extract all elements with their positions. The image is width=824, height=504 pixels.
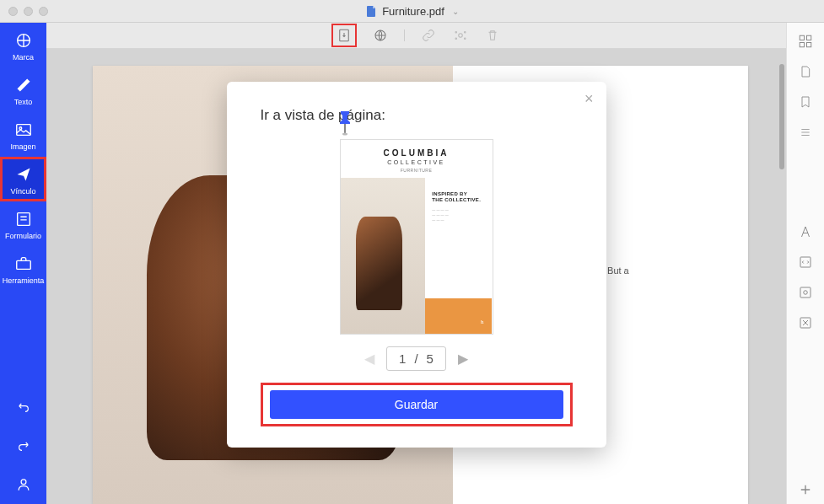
web-link-button[interactable] bbox=[372, 27, 389, 44]
sidebar-label-imagen: Imagen bbox=[10, 142, 35, 151]
modal-title: Ir a vista de página: bbox=[261, 107, 573, 124]
maximize-window-dot[interactable] bbox=[39, 7, 48, 16]
form-icon bbox=[14, 210, 33, 228]
sidebar-item-texto[interactable]: Texto bbox=[0, 67, 46, 112]
svg-rect-3 bbox=[17, 213, 30, 226]
svg-rect-18 bbox=[800, 287, 811, 298]
thumbnail-brand: COLUMBIA bbox=[341, 148, 493, 158]
sidebar-redo[interactable] bbox=[0, 426, 46, 465]
save-button-highlight: Guardar bbox=[261, 383, 573, 426]
sidebar-label-vinculo: Vínculo bbox=[10, 187, 35, 196]
svg-rect-16 bbox=[807, 43, 811, 47]
minimize-window-dot[interactable] bbox=[24, 7, 33, 16]
sidebar-item-herramienta[interactable]: Herramienta bbox=[0, 246, 46, 291]
edit-link-button bbox=[452, 27, 469, 44]
pdf-file-icon bbox=[365, 5, 377, 17]
title-dropdown-caret: ⌄ bbox=[452, 7, 459, 16]
svg-point-10 bbox=[465, 32, 466, 34]
svg-point-5 bbox=[21, 480, 26, 485]
thumbnail-text: INSPIRED BYTHE COLLECTIVE. — — — —— — — … bbox=[425, 178, 492, 298]
goto-page-modal: × Ir a vista de página: COLUMBIA COLLECT… bbox=[227, 82, 606, 448]
thumbnail-subbrand: COLLECTIVE bbox=[341, 159, 493, 165]
toolbar-separator bbox=[404, 29, 405, 41]
pencil-icon bbox=[14, 76, 33, 94]
rail-add[interactable] bbox=[791, 475, 820, 504]
rail-outline[interactable] bbox=[791, 118, 820, 147]
svg-rect-13 bbox=[800, 35, 804, 40]
sidebar-label-texto: Texto bbox=[14, 98, 33, 106]
page-link-button[interactable] bbox=[336, 27, 353, 44]
undo-icon bbox=[14, 398, 33, 416]
svg-rect-21 bbox=[344, 124, 346, 133]
toolbox-icon bbox=[14, 255, 33, 273]
page-separator: / bbox=[414, 351, 417, 366]
scrollbar-thumb[interactable] bbox=[779, 64, 784, 169]
rail-attach[interactable] bbox=[791, 278, 820, 307]
rail-bookmark[interactable] bbox=[791, 88, 820, 116]
sidebar-undo[interactable] bbox=[0, 388, 46, 426]
current-page-number: 1 bbox=[399, 351, 406, 366]
right-rail bbox=[786, 23, 824, 504]
document-title-wrap[interactable]: Furniture.pdf ⌄ bbox=[365, 5, 459, 18]
marker-icon bbox=[14, 31, 33, 50]
svg-rect-14 bbox=[807, 35, 811, 40]
redo-icon bbox=[14, 437, 33, 455]
window-controls bbox=[8, 7, 48, 16]
page-number-box[interactable]: 1 / 5 bbox=[386, 346, 446, 371]
thumbnail-image bbox=[341, 178, 426, 334]
svg-point-11 bbox=[455, 38, 457, 40]
next-page-arrow[interactable]: ▶ bbox=[456, 352, 470, 366]
rail-font[interactable] bbox=[791, 217, 820, 246]
svg-point-22 bbox=[342, 133, 347, 136]
rail-thumbnails[interactable] bbox=[791, 27, 820, 56]
thumbnail-tag: FURRNITURE bbox=[341, 168, 493, 173]
document-title: Furniture.pdf bbox=[382, 5, 444, 18]
close-window-dot[interactable] bbox=[8, 7, 18, 16]
total-pages-number: 5 bbox=[427, 351, 434, 366]
page-link-button-highlight bbox=[331, 24, 357, 47]
svg-point-12 bbox=[465, 38, 466, 40]
svg-point-19 bbox=[804, 291, 808, 295]
sidebar-label-herramienta: Herramienta bbox=[3, 276, 45, 285]
sidebar-item-vinculo[interactable]: Vínculo bbox=[0, 157, 46, 201]
sidebar-label-marca: Marca bbox=[13, 53, 34, 62]
svg-point-8 bbox=[459, 34, 463, 38]
svg-rect-1 bbox=[16, 125, 30, 136]
prev-page-arrow: ◀ bbox=[363, 352, 376, 366]
modal-close-button[interactable]: × bbox=[584, 90, 594, 108]
thumbnail-header: COLUMBIA COLLECTIVE FURRNITURE bbox=[341, 140, 493, 178]
sidebar-item-imagen[interactable]: Imagen bbox=[0, 112, 46, 157]
rail-page[interactable] bbox=[791, 57, 820, 86]
delete-link-button bbox=[484, 27, 501, 44]
user-icon bbox=[14, 475, 33, 494]
pushpin-icon bbox=[337, 110, 353, 137]
rail-code[interactable] bbox=[791, 248, 820, 276]
rail-settings[interactable] bbox=[791, 308, 820, 337]
svg-rect-15 bbox=[800, 43, 804, 47]
sidebar-user[interactable] bbox=[0, 465, 46, 504]
sidebar-item-formulario[interactable]: Formulario bbox=[0, 201, 46, 246]
attachment-link-button bbox=[420, 27, 437, 44]
window-titlebar: Furniture.pdf ⌄ bbox=[0, 0, 824, 23]
svg-rect-4 bbox=[16, 260, 30, 269]
page-navigator: ◀ 1 / 5 ▶ bbox=[261, 346, 573, 371]
left-sidebar: Marca Texto Imagen Vínculo Formulario He… bbox=[0, 23, 46, 504]
link-toolbar bbox=[46, 23, 786, 49]
sidebar-label-formulario: Formulario bbox=[5, 232, 41, 240]
svg-point-9 bbox=[455, 32, 457, 34]
save-button[interactable]: Guardar bbox=[270, 390, 563, 419]
thumbnail-accent: h bbox=[425, 298, 492, 334]
svg-point-2 bbox=[19, 127, 21, 130]
page-thumbnail[interactable]: COLUMBIA COLLECTIVE FURRNITURE INSPIRED … bbox=[340, 139, 493, 335]
image-icon bbox=[14, 121, 33, 139]
sidebar-item-marca[interactable]: Marca bbox=[0, 23, 46, 67]
link-arrow-icon bbox=[14, 165, 33, 184]
